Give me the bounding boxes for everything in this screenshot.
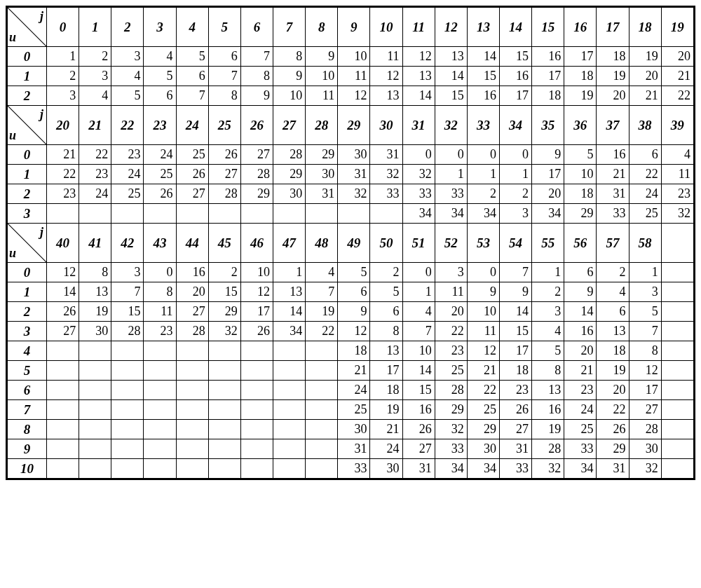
cell-value: 27 — [225, 167, 238, 181]
cell-value: 32 — [678, 206, 690, 220]
table-cell: 26 — [597, 420, 629, 439]
row-header: 0 — [8, 263, 47, 282]
table-cell: 17 — [499, 341, 531, 361]
cell-value: 0 — [167, 265, 173, 279]
col-header: 14 — [499, 8, 531, 47]
table-cell: 29 — [306, 145, 338, 165]
table-cell: 18 — [564, 184, 597, 204]
table-cell — [208, 459, 240, 479]
table-cell — [306, 341, 338, 361]
cell-value: 19 — [646, 49, 658, 63]
table-cell: 11 — [661, 165, 693, 184]
col-header: 55 — [532, 224, 564, 263]
col-header-label: 5 — [222, 20, 229, 34]
col-header: 33 — [467, 106, 499, 145]
cell-value: 18 — [548, 88, 561, 102]
cell-value: 8 — [167, 285, 173, 299]
cell-value: 1 — [554, 265, 561, 279]
cell-value: 15 — [484, 69, 496, 83]
table-cell: 14 — [564, 302, 597, 322]
table-cell: 18 — [597, 47, 629, 67]
row-header-label: 2 — [24, 304, 31, 319]
cell-value: 12 — [484, 343, 496, 357]
table-cell: 23 — [564, 381, 597, 400]
table-cell: 34 — [402, 204, 435, 224]
col-header-label: 15 — [541, 20, 554, 34]
col-header-label: 7 — [286, 20, 293, 34]
col-header: 42 — [111, 224, 144, 263]
table-cell: 31 — [338, 439, 370, 459]
cell-value: 16 — [484, 88, 496, 102]
cell-value: 10 — [484, 304, 496, 318]
col-header-label: 16 — [573, 20, 587, 34]
cell-value: 13 — [387, 88, 400, 102]
table-cell: 2 — [532, 282, 564, 302]
row-header: 10 — [8, 459, 47, 479]
col-header-label: 24 — [186, 118, 199, 132]
cell-value: 9 — [360, 304, 367, 318]
table-cell: 14 — [435, 67, 467, 86]
table-cell: 11 — [435, 282, 467, 302]
col-header: 43 — [144, 224, 176, 263]
cell-value: 15 — [128, 304, 140, 318]
col-header-label: 27 — [283, 118, 296, 132]
cell-value: 15 — [225, 285, 238, 299]
col-header: 25 — [208, 106, 240, 145]
cell-value: 11 — [484, 324, 496, 338]
col-header: 11 — [402, 8, 435, 47]
row-header-label: 0 — [24, 49, 31, 64]
table-cell: 7 — [629, 322, 661, 341]
cell-value: 33 — [387, 186, 400, 200]
table-cell: 5 — [338, 263, 370, 282]
table-cell — [144, 341, 176, 361]
cell-value: 22 — [484, 383, 496, 397]
cell-value: 27 — [193, 186, 205, 200]
col-header: 21 — [79, 106, 111, 145]
table-cell: 10 — [402, 341, 435, 361]
row-header: 1 — [8, 282, 47, 302]
cell-value: 9 — [522, 285, 529, 299]
table-cell — [306, 400, 338, 420]
table-cell: 32 — [402, 165, 435, 184]
table-cell: 8 — [370, 322, 402, 341]
cell-value: 14 — [580, 304, 593, 318]
cell-value: 28 — [290, 147, 302, 161]
table-cell: 4 — [79, 86, 111, 106]
cell-value: 4 — [134, 69, 140, 83]
row-header-label: 3 — [24, 324, 31, 339]
cell-value: 2 — [490, 186, 496, 200]
table-cell: 4 — [532, 322, 564, 341]
col-header-label: 57 — [606, 235, 619, 250]
data-table: j u 012345678910111213141516171819012345… — [7, 7, 694, 479]
u-axis-label: u — [9, 246, 16, 261]
cell-value: 20 — [613, 88, 626, 102]
table-cell: 19 — [532, 420, 564, 439]
table-cell: 29 — [208, 302, 240, 322]
cell-value: 30 — [387, 461, 400, 475]
table-cell: 2 — [79, 47, 111, 67]
table-cell — [306, 439, 338, 459]
table-cell: 5 — [370, 282, 402, 302]
col-header: 23 — [144, 106, 176, 145]
col-header-label: 40 — [56, 235, 69, 250]
table-cell: 4 — [661, 145, 693, 165]
cell-value: 10 — [322, 69, 334, 83]
cell-value: 14 — [419, 88, 432, 102]
cell-value: 11 — [355, 69, 367, 83]
table-cell — [208, 400, 240, 420]
table-cell: 22 — [661, 86, 693, 106]
cell-value: 6 — [360, 285, 367, 299]
cell-value: 4 — [426, 304, 432, 318]
col-header: 32 — [435, 106, 467, 145]
cell-value: 28 — [128, 324, 140, 338]
table-cell: 26 — [144, 184, 176, 204]
col-header: 13 — [467, 8, 499, 47]
cell-value: 16 — [516, 69, 529, 83]
table-cell: 5 — [144, 67, 176, 86]
table-cell: 28 — [208, 184, 240, 204]
row-header: 4 — [8, 341, 47, 361]
cell-value: 0 — [458, 147, 464, 161]
table-cell: 26 — [47, 302, 79, 322]
table-cell — [661, 420, 693, 439]
cell-value: 8 — [296, 49, 302, 63]
